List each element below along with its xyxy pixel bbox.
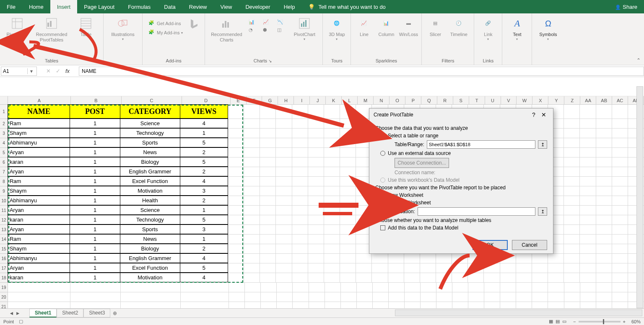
cell[interactable]: [308, 177, 324, 186]
cell[interactable]: [228, 138, 244, 148]
table-cell[interactable]: 4: [180, 273, 228, 282]
cell[interactable]: [564, 167, 580, 177]
cell[interactable]: [500, 263, 516, 273]
cell[interactable]: [373, 292, 389, 302]
chart-type-3[interactable]: 📉: [275, 18, 288, 26]
tab-formulas[interactable]: Formulas: [121, 0, 157, 13]
row-header[interactable]: 11: [0, 206, 8, 215]
cell[interactable]: [309, 283, 325, 292]
cell[interactable]: [228, 167, 244, 177]
cell[interactable]: [292, 129, 308, 138]
cell[interactable]: [564, 215, 580, 225]
illustrations-button[interactable]: Illustrations ▾: [107, 15, 139, 43]
table-cell[interactable]: Aryan: [8, 167, 70, 176]
cell[interactable]: [596, 167, 612, 177]
cell[interactable]: [324, 157, 340, 167]
checkbox-add-data-model[interactable]: [380, 225, 385, 230]
cell[interactable]: [292, 119, 308, 129]
my-addins-button[interactable]: 🧩 My Add-ins ▾: [146, 28, 185, 37]
sheet-tab-sheet1[interactable]: Sheet1: [29, 309, 57, 317]
cell[interactable]: [244, 167, 260, 177]
cell[interactable]: [245, 283, 261, 292]
zoom-in-button[interactable]: +: [623, 319, 626, 324]
table-cell[interactable]: Science: [120, 205, 180, 215]
cell[interactable]: [260, 273, 276, 283]
cell[interactable]: [564, 148, 580, 157]
cell[interactable]: [372, 263, 388, 273]
table-cell[interactable]: Shaym: [8, 128, 70, 138]
table-cell[interactable]: 4: [180, 176, 228, 186]
tab-home[interactable]: Home: [22, 0, 50, 13]
cell[interactable]: [244, 148, 260, 157]
col-header[interactable]: I: [294, 96, 310, 105]
row-header[interactable]: 18: [0, 273, 8, 283]
cell[interactable]: [276, 254, 292, 263]
cell[interactable]: [244, 254, 260, 263]
cell[interactable]: [580, 206, 596, 215]
cell[interactable]: [612, 283, 628, 292]
cell[interactable]: [532, 273, 548, 283]
cell[interactable]: [612, 273, 628, 283]
tab-developer[interactable]: Developer: [239, 0, 277, 13]
row-header[interactable]: 9: [0, 186, 8, 196]
cell[interactable]: [340, 138, 356, 148]
table-cell[interactable]: 4: [180, 253, 228, 263]
cell[interactable]: [324, 148, 340, 157]
cell[interactable]: [596, 148, 612, 157]
cell[interactable]: [276, 235, 292, 244]
cell[interactable]: [452, 254, 468, 263]
table-cell[interactable]: 1: [180, 128, 228, 138]
cell[interactable]: [244, 186, 260, 196]
cell[interactable]: [516, 283, 532, 292]
cell[interactable]: [308, 105, 324, 119]
radio-select-range[interactable]: [380, 133, 385, 138]
cell[interactable]: [228, 215, 244, 225]
cell[interactable]: [388, 254, 404, 263]
slicer-button[interactable]: ▤ Slicer: [425, 15, 445, 39]
cell[interactable]: [580, 105, 596, 119]
cell[interactable]: [228, 157, 244, 167]
cell[interactable]: [404, 263, 420, 273]
sheet-tab-sheet3[interactable]: Sheet3: [83, 309, 110, 317]
col-header[interactable]: T: [469, 96, 485, 105]
cell[interactable]: [260, 235, 276, 244]
cell[interactable]: [324, 177, 340, 186]
table-header-cell[interactable]: VIEWS: [180, 104, 228, 119]
cell[interactable]: [532, 263, 548, 273]
cell[interactable]: [373, 283, 389, 292]
col-header[interactable]: K: [326, 96, 342, 105]
cell[interactable]: [245, 292, 261, 302]
cell[interactable]: [564, 225, 580, 235]
col-header[interactable]: M: [358, 96, 374, 105]
cell[interactable]: [292, 196, 308, 206]
cell[interactable]: [372, 254, 388, 263]
cell[interactable]: [612, 244, 628, 254]
table-cell[interactable]: Sports: [120, 138, 180, 147]
table-cell[interactable]: 1: [70, 196, 120, 205]
col-header[interactable]: AA: [580, 96, 596, 105]
cell[interactable]: [292, 177, 308, 186]
row-header[interactable]: 16: [0, 254, 8, 263]
cell[interactable]: [596, 244, 612, 254]
help-button[interactable]: ?: [529, 111, 539, 118]
cell[interactable]: [340, 206, 356, 215]
cell[interactable]: [276, 225, 292, 235]
cell[interactable]: [276, 206, 292, 215]
cell[interactable]: [580, 157, 596, 167]
cell[interactable]: [261, 292, 277, 302]
cell[interactable]: [372, 273, 388, 283]
cell[interactable]: [484, 263, 500, 273]
cell[interactable]: [324, 273, 340, 283]
table-cell[interactable]: karan: [8, 215, 70, 224]
row-header[interactable]: 8: [0, 177, 8, 186]
cell[interactable]: [564, 206, 580, 215]
cell[interactable]: [516, 273, 532, 283]
chart-type-1[interactable]: 📊: [246, 18, 260, 26]
table-cell[interactable]: 1: [70, 186, 120, 196]
col-header[interactable]: R: [437, 96, 453, 105]
sparkline-line-button[interactable]: 📈 Line: [354, 15, 374, 39]
table-cell[interactable]: 1: [70, 273, 120, 282]
cancel-formula-icon[interactable]: ✕: [46, 68, 51, 74]
cell[interactable]: [293, 283, 309, 292]
cell[interactable]: [228, 254, 244, 263]
